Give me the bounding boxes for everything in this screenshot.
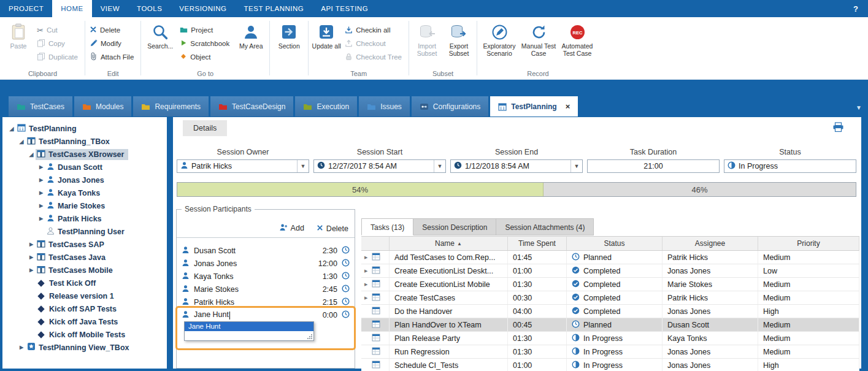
tab-testplanning[interactable]: TestPlanning × (490, 96, 578, 117)
checkin-all-button[interactable]: Checkin all (342, 23, 407, 37)
tree-item-testplanning-user[interactable]: TestPlanning User (2, 225, 167, 238)
column-header-status[interactable]: Status (567, 237, 663, 250)
paste-button[interactable]: Paste (2, 20, 34, 50)
expand-icon[interactable]: ▶ (364, 296, 369, 300)
task-row[interactable]: ▶ Create ExecutionList Deskt... 01:00 Co… (361, 264, 859, 278)
chevron-down-icon[interactable]: ▼ (297, 160, 309, 172)
tab-session-attachments[interactable]: Session Attachments (4) (496, 218, 594, 235)
tab-overflow-button[interactable]: ▼ (856, 104, 862, 111)
tab-details[interactable]: Details (183, 120, 227, 136)
tree-item-testplanning-tbox[interactable]: ◢TestPlanning_TBox (2, 135, 167, 148)
automated-test-case-button[interactable]: REC Automated Test Case (558, 20, 597, 58)
expand-icon[interactable]: ▶ (37, 203, 45, 208)
menu-test-planning[interactable]: TEST PLANNING (236, 0, 313, 17)
copy-button[interactable]: Copy (34, 37, 83, 50)
task-row-selected[interactable]: ▶ Plan HandOver to XTeam 00:45 Planned D… (361, 318, 859, 332)
chevron-down-icon[interactable]: ▼ (570, 160, 582, 172)
section-button[interactable]: Section (272, 20, 306, 50)
expand-icon[interactable]: ▶ (37, 177, 45, 183)
participant-row[interactable]: Kaya Tonks1:30 (177, 270, 355, 283)
expand-icon[interactable]: ▶ (27, 242, 36, 247)
tab-execution[interactable]: Execution (295, 96, 357, 117)
tree-item-kick-off-sap-tests[interactable]: Kick off SAP Tests (2, 302, 167, 315)
tree-item-test-kick-off[interactable]: Test Kick Off (2, 277, 167, 289)
menu-home[interactable]: HOME (52, 0, 92, 17)
expand-icon[interactable]: ▶ (364, 255, 369, 260)
delete-button[interactable]: Delete (87, 23, 139, 37)
menu-view[interactable]: VIEW (92, 0, 128, 17)
task-row[interactable]: ▶ Plan Release Party 01:30 In Progress K… (361, 332, 859, 345)
column-header-name[interactable]: Name▲ (390, 237, 508, 250)
duplicate-button[interactable]: Duplicate (34, 50, 83, 64)
tab-tasks[interactable]: Tasks (13) (361, 218, 413, 235)
tree-item-release-version-1[interactable]: Release version 1 (2, 289, 167, 302)
print-icon[interactable] (832, 122, 844, 135)
tab-session-description[interactable]: Session Description (413, 218, 496, 235)
manual-test-case-button[interactable]: Manual Test Case (520, 20, 558, 58)
tab-testcases[interactable]: TestCases (9, 96, 72, 117)
tree-item-testcases-sap[interactable]: ▶TestCases SAP (2, 238, 167, 251)
task-row[interactable]: ▶ Create TestCases 00:30 Completed Patri… (361, 291, 859, 305)
participant-row[interactable]: Dusan Scott2:30 (177, 244, 355, 257)
goto-project-button[interactable]: Project (177, 23, 234, 37)
checkout-tree-button[interactable]: Checkout Tree (342, 50, 407, 64)
tree-item-kick-off-java-tests[interactable]: Kick off Java Tests (2, 315, 167, 328)
tree-item-marie-stokes[interactable]: ▶Marie Stokes (2, 199, 167, 212)
suggestion-item[interactable]: Jane Hunt (185, 322, 313, 331)
task-duration-field[interactable]: 21:00 (587, 159, 720, 173)
menu-tools[interactable]: TOOLS (128, 0, 171, 17)
expand-icon[interactable]: ▶ (17, 345, 26, 350)
participant-name-edit[interactable]: Jane Hunt (194, 310, 323, 319)
tab-issues[interactable]: Issues (359, 96, 410, 117)
session-start-select[interactable]: 12/27/2017 8:54 AM ▼ (313, 159, 446, 173)
column-header-priority[interactable]: Priority (758, 237, 859, 250)
tree-item-kick-off-mobile-tests[interactable]: Kick off Mobile Tests (2, 328, 167, 341)
exploratory-scenario-button[interactable]: Exploratory Scenario (479, 20, 520, 58)
add-participant-button[interactable]: Add (279, 223, 304, 233)
collapse-icon[interactable]: ◢ (7, 126, 16, 132)
participant-row[interactable]: Jonas Jones12:00 (177, 257, 355, 270)
tab-modules[interactable]: Modules (74, 96, 131, 117)
participant-row[interactable]: Patrik Hicks2:15 (177, 296, 355, 308)
expand-icon[interactable]: ▶ (37, 164, 45, 170)
menu-versioning[interactable]: VERSIONING (171, 0, 235, 17)
status-field[interactable]: In Progress (724, 159, 856, 173)
goto-scratchbook-button[interactable]: Scratchbook (177, 37, 234, 50)
tree-item-jonas-jones[interactable]: ▶Jonas Jones (2, 174, 167, 186)
tree-item-kaya-tonks[interactable]: ▶Kaya Tonks (2, 186, 167, 199)
delete-participant-button[interactable]: Delete (317, 224, 348, 233)
tree-item-testcases-mobile[interactable]: ▶TestCases Mobile (2, 264, 167, 277)
expand-icon[interactable]: ▶ (27, 254, 36, 260)
search-button[interactable]: Search... (143, 20, 177, 50)
task-row[interactable]: ▶ Create ExecutionList Mobile 01:30 Comp… (361, 278, 859, 291)
my-area-button[interactable]: My Area (234, 20, 267, 50)
checkout-button[interactable]: Checkout (342, 37, 407, 50)
expand-icon[interactable]: ▶ (37, 190, 45, 196)
expand-icon[interactable]: ▶ (364, 282, 369, 287)
column-header-assignee[interactable]: Assignee (663, 237, 758, 250)
export-subset-button[interactable]: Export Subset (443, 20, 475, 58)
attach-file-button[interactable]: Attach File (87, 50, 139, 64)
task-row[interactable]: ▶ Do the Handover 04:00 Completed Jonas … (361, 305, 859, 318)
expand-icon[interactable]: ▶ (27, 267, 36, 273)
close-tab-icon[interactable]: × (566, 102, 570, 111)
task-row[interactable]: ▶ Run Regression 01:30 In Progress Jonas… (361, 345, 859, 359)
session-end-select[interactable]: 1/12/2018 8:54 AM ▼ (450, 159, 583, 173)
tab-requirements[interactable]: Requirements (133, 96, 209, 117)
update-all-button[interactable]: Update all (310, 20, 342, 50)
collapse-icon[interactable]: ◢ (27, 151, 36, 158)
expand-icon[interactable]: ▶ (37, 216, 45, 221)
menu-api-testing[interactable]: API TESTING (312, 0, 377, 17)
tab-configurations[interactable]: Configurations (412, 96, 488, 117)
tree-item-testcases-xbrowser[interactable]: ◢TestCases XBrowser (2, 148, 167, 161)
tree-item-testplanning[interactable]: ◢TestPlanning (2, 122, 167, 135)
modify-button[interactable]: Modify (87, 37, 139, 50)
expand-icon[interactable]: ▶ (364, 269, 369, 273)
session-owner-select[interactable]: Patrik Hicks ▼ (177, 159, 309, 173)
participant-row-editing[interactable]: Jane Hunt0:00 (177, 308, 355, 321)
collapse-icon[interactable]: ◢ (17, 139, 26, 145)
import-subset-button[interactable]: Import Subset (411, 20, 443, 58)
tree-item-testcases-java[interactable]: ▶TestCases Java (2, 251, 167, 264)
menu-project[interactable]: PROJECT (0, 0, 52, 17)
participant-row[interactable]: Marie Stokes2:45 (177, 283, 355, 296)
